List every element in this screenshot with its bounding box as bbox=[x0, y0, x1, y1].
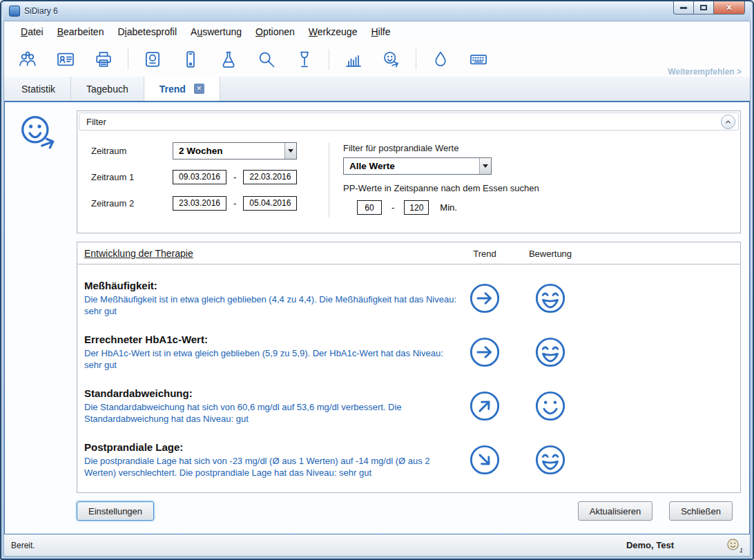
filter-divider bbox=[329, 143, 329, 218]
chevron-down-icon bbox=[479, 158, 491, 174]
pp-to-input[interactable] bbox=[404, 200, 429, 215]
tab-statistik[interactable]: Statistik bbox=[6, 77, 71, 101]
trend-arrow-icon bbox=[454, 336, 516, 368]
row-description: Die postprandiale Lage hat sich von -23 … bbox=[84, 455, 461, 479]
menubar: Datei Bearbeiten Diabetesprofil Auswertu… bbox=[4, 21, 750, 42]
menu-bearbeiten[interactable]: Bearbeiten bbox=[50, 23, 111, 40]
users-icon[interactable] bbox=[18, 50, 37, 69]
period-dropdown[interactable]: 2 Wochen bbox=[173, 142, 297, 160]
chevron-down-icon bbox=[284, 143, 296, 159]
rating-smiley-icon bbox=[519, 444, 581, 476]
pp-unit-label: Min. bbox=[440, 202, 457, 213]
window-title: SiDiary 6 bbox=[24, 6, 58, 16]
recommend-link[interactable]: Weiterempfehlen > bbox=[668, 67, 742, 77]
menu-werkzeuge[interactable]: Werkzeuge bbox=[302, 23, 365, 40]
row-description: Die Standardabweichung hat sich von 60,6… bbox=[84, 401, 461, 425]
tab-close-icon[interactable]: ✕ bbox=[194, 84, 204, 94]
keyboard-icon[interactable] bbox=[469, 50, 488, 69]
period-label: Zeitraum bbox=[91, 146, 173, 156]
period2-from-input[interactable] bbox=[173, 196, 226, 211]
maximize-button[interactable] bbox=[693, 1, 714, 15]
period1-from-input[interactable] bbox=[173, 170, 226, 184]
menu-datei[interactable]: Datei bbox=[14, 23, 50, 40]
app-window: SiDiary 6 ✕ Datei Bearbeiten Diabetespro… bbox=[0, 0, 754, 560]
current-user-label: Demo, Test bbox=[626, 540, 674, 550]
column-header-bewertung: Bewertung bbox=[519, 249, 581, 259]
row-heading: Postprandiale Lage: bbox=[84, 441, 740, 453]
toolbar-separator bbox=[128, 49, 128, 70]
therapy-title: Entwicklung der Therapie bbox=[84, 248, 193, 259]
trend-arrow-icon bbox=[454, 444, 516, 476]
minimize-button[interactable] bbox=[673, 1, 694, 15]
pp-from-input[interactable] bbox=[357, 200, 382, 215]
close-view-button[interactable]: Schließen bbox=[669, 501, 733, 521]
therapy-row-standardabweichung: Standardabweichung: Die Standardabweichu… bbox=[77, 382, 740, 436]
rating-smiley-icon bbox=[519, 282, 581, 314]
titlebar[interactable]: SiDiary 6 ✕ bbox=[3, 1, 751, 21]
tab-trend[interactable]: Trend✕ bbox=[144, 77, 220, 101]
patient-card-icon[interactable] bbox=[56, 50, 75, 69]
filter-header: Filter bbox=[79, 113, 739, 131]
pp-filter-label: Filter für postprandiale Werte bbox=[343, 143, 729, 153]
filter-body: Zeitraum 2 Wochen Zeitraum 1 - bbox=[77, 132, 740, 233]
pp-filter-dropdown-value: Alle Werte bbox=[344, 158, 479, 174]
period1-to-input[interactable] bbox=[243, 170, 297, 184]
range-separator: - bbox=[233, 198, 236, 209]
tab-tagebuch[interactable]: Tagebuch bbox=[71, 77, 144, 101]
drop-icon[interactable] bbox=[431, 50, 450, 69]
trend-module-icon bbox=[17, 113, 60, 159]
collapse-button[interactable] bbox=[721, 115, 735, 129]
mobile-device-icon[interactable] bbox=[181, 50, 200, 69]
therapy-row-hba1c: Errechneter HbA1c-Wert: Der HbA1c-Wert i… bbox=[77, 328, 740, 382]
filter-panel: Filter Zeitraum 2 Wochen Zeitr bbox=[77, 110, 741, 233]
menu-optionen[interactable]: Optionen bbox=[249, 23, 302, 40]
trend-arrow-icon bbox=[454, 282, 516, 314]
menu-hilfe[interactable]: Hilfe bbox=[364, 23, 397, 40]
meter-download-icon[interactable] bbox=[143, 50, 162, 69]
toolbar-separator bbox=[416, 49, 416, 70]
actions-bar: Einstellungen Aktualisieren Schließen bbox=[77, 501, 733, 521]
user-status-icon[interactable]: 1 bbox=[726, 538, 743, 553]
rating-smiley-icon bbox=[519, 390, 581, 422]
range-separator: - bbox=[233, 172, 236, 182]
refresh-button[interactable]: Aktualisieren bbox=[578, 501, 652, 521]
lab-flask-icon[interactable] bbox=[219, 50, 238, 69]
settings-button[interactable]: Einstellungen bbox=[77, 501, 154, 521]
pp-filter-dropdown[interactable]: Alle Werte bbox=[343, 157, 492, 175]
glass-icon[interactable] bbox=[295, 50, 314, 69]
printer-icon[interactable] bbox=[94, 50, 113, 69]
row-heading: Standardabweichung: bbox=[84, 387, 740, 399]
row-description: Die Meßhäufigkeit ist in etwa gleich geb… bbox=[84, 293, 461, 317]
status-badge: 1 bbox=[740, 547, 743, 554]
minimize-icon bbox=[680, 7, 687, 9]
therapy-row-messhaeufigkeit: Meßhäufigkeit: Die Meßhäufigkeit ist in … bbox=[77, 274, 740, 328]
maximize-icon bbox=[700, 5, 707, 10]
status-text: Bereit. bbox=[11, 541, 35, 550]
toolbar-separator bbox=[329, 49, 329, 70]
caption-buttons: ✕ bbox=[674, 1, 745, 15]
client-area: Datei Bearbeiten Diabetesprofil Auswertu… bbox=[3, 21, 751, 557]
close-button[interactable]: ✕ bbox=[713, 1, 745, 15]
rating-smiley-icon bbox=[519, 336, 581, 368]
period-dropdown-value: 2 Wochen bbox=[173, 143, 284, 159]
filter-title: Filter bbox=[86, 117, 106, 127]
menu-auswertung[interactable]: Auswertung bbox=[184, 23, 249, 40]
menu-diabetesprofil[interactable]: Diabetesprofil bbox=[110, 23, 184, 40]
trend-smiley-icon[interactable] bbox=[382, 50, 401, 69]
therapy-row-postprandiale-lage: Postprandiale Lage: Die postprandiale La… bbox=[77, 436, 740, 490]
column-header-trend: Trend bbox=[454, 249, 516, 259]
app-icon bbox=[9, 6, 20, 17]
period2-to-input[interactable] bbox=[243, 196, 297, 211]
row-heading: Errechneter HbA1c-Wert: bbox=[84, 334, 740, 345]
period1-label: Zeitraum 1 bbox=[91, 172, 173, 182]
search-icon[interactable] bbox=[257, 50, 276, 69]
statistics-icon[interactable] bbox=[344, 50, 363, 69]
trend-view: Filter Zeitraum 2 Wochen Zeitr bbox=[4, 101, 750, 534]
row-heading: Meßhäufigkeit: bbox=[84, 280, 740, 291]
therapy-header: Entwicklung der Therapie Trend Bewertung bbox=[77, 242, 740, 264]
period2-label: Zeitraum 2 bbox=[91, 198, 173, 209]
therapy-panel: Entwicklung der Therapie Trend Bewertung… bbox=[77, 242, 741, 493]
toolbar: Weiterempfehlen > bbox=[4, 42, 750, 77]
row-description: Der HbA1c-Wert ist in etwa gleich geblie… bbox=[84, 347, 461, 371]
tabstrip: Statistik Tagebuch Trend✕ bbox=[4, 77, 750, 101]
